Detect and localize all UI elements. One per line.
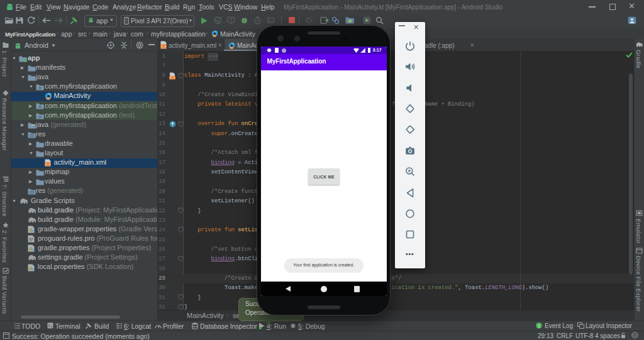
svg-text:1: 1: [538, 324, 540, 328]
